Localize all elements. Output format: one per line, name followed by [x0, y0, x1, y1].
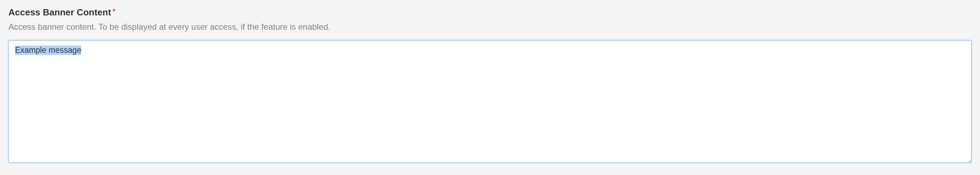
- required-indicator: *: [112, 7, 116, 16]
- field-description: Access banner content. To be displayed a…: [8, 22, 972, 32]
- field-label-row: Access Banner Content*: [8, 7, 972, 18]
- form-field-container: Access Banner Content* Access banner con…: [8, 7, 972, 164]
- field-label: Access Banner Content: [8, 7, 111, 18]
- access-banner-content-textarea[interactable]: [8, 40, 972, 163]
